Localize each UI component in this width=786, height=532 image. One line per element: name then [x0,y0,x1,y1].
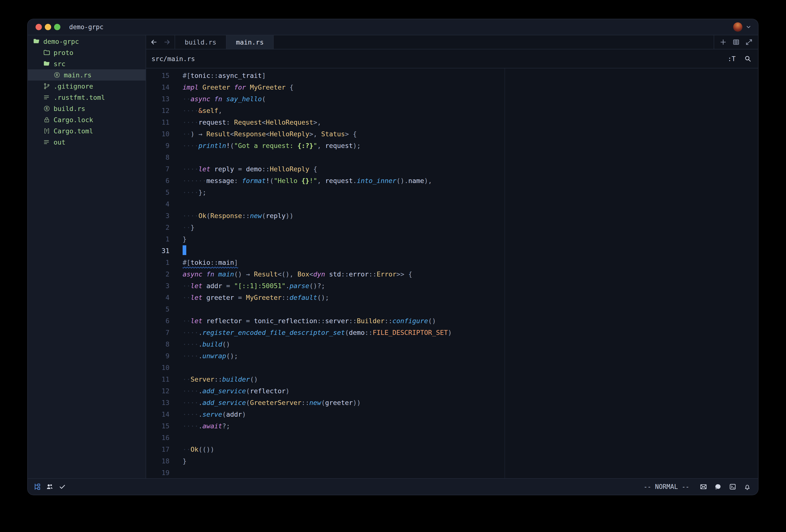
diagnostics-check-icon[interactable] [59,483,66,491]
code-line[interactable]: 17··Ok(()) [146,444,758,455]
code-line-content: ··async fn say_hello( [183,93,265,105]
line-number: 7 [146,327,169,339]
sidebar-item-rustfmt-toml[interactable]: .rustfmt.toml [28,92,146,103]
code-line[interactable]: 8····.build() [146,339,758,350]
line-number: 4 [146,292,169,304]
traffic-lights [36,24,61,30]
sidebar-item-label: build.rs [53,105,85,113]
chevron-down-icon[interactable] [745,23,752,31]
code-line[interactable]: 12····.add_service(reflector) [146,385,758,397]
sidebar-item-gitignore[interactable]: .gitignore [28,80,146,92]
code-line-content [183,245,186,257]
maximize-window-button[interactable] [54,24,61,30]
notifications-bell-icon[interactable] [743,483,751,491]
terminal-icon[interactable] [729,483,737,491]
sidebar-item-main-rs[interactable]: Rmain.rs [28,69,146,80]
code-editor[interactable]: 15#[tonic::async_trait]14impl Greeter fo… [146,68,758,478]
line-number: 11 [146,373,169,385]
code-line[interactable]: 11····request: Request<HelloRequest>, [146,117,758,128]
sidebar-item-label: demo-grpc [43,38,79,45]
code-line[interactable]: 10 [146,362,758,373]
line-number: 9 [146,350,169,362]
tab-main-rs[interactable]: main.rs [227,35,274,49]
minimize-window-button[interactable] [45,24,51,30]
code-line[interactable]: 4 [146,198,758,210]
code-line[interactable]: 2··} [146,222,758,234]
code-line[interactable]: 14····.serve(addr) [146,409,758,420]
sidebar-item-build-rs[interactable]: Rbuild.rs [28,103,146,114]
sidebar-item-cargo-lock[interactable]: Cargo.lock [28,114,146,125]
code-line[interactable]: 6··let reflector = tonic_reflection::ser… [146,315,758,327]
code-line[interactable]: 15····.await?; [146,420,758,432]
sidebar-item-cargo-toml[interactable]: Cargo.toml [28,125,146,137]
sidebar-item-proto[interactable]: proto [28,47,146,58]
avatar[interactable] [733,22,742,32]
line-number: 5 [146,304,169,315]
code-line[interactable]: 7····.register_encoded_file_descriptor_s… [146,327,758,339]
code-line-content: async fn main() → Result<(), Box<dyn std… [183,268,412,280]
feedback-mail-icon[interactable] [699,483,707,491]
code-line[interactable]: 16 [146,432,758,444]
code-line-content: ··Server::builder() [183,373,258,385]
code-line[interactable]: 9····.unwrap(); [146,350,758,362]
rules-icon [43,138,51,146]
sidebar-item-src[interactable]: src [28,58,146,69]
code-line-content: ····.register_encoded_file_descriptor_se… [183,327,452,339]
code-line[interactable]: 15#[tonic::async_trait] [146,70,758,81]
code-line[interactable]: 19 [146,467,758,478]
code-line[interactable]: 14impl Greeter for MyGreeter { [146,81,758,93]
breadcrumb: src/main.rs :T [146,49,758,68]
code-line[interactable]: 3····Ok(Response::new(reply)) [146,210,758,222]
tab-build-rs[interactable]: build.rs [175,35,227,49]
code-line[interactable]: 5 [146,304,758,315]
code-line[interactable]: 9····println!("Got a request: {:?}", req… [146,140,758,152]
code-line[interactable]: 1} [146,234,758,245]
line-number: 6 [146,315,169,327]
zoom-icon[interactable] [745,38,753,46]
line-number: 4 [146,198,169,210]
code-line[interactable]: 10··) → Result<Response<HelloReply>, Sta… [146,128,758,140]
code-line[interactable]: 11··Server::builder() [146,373,758,385]
assistant-chat-icon[interactable] [714,483,722,491]
back-button[interactable] [150,38,158,46]
code-line-content: ····.unwrap(); [183,350,238,362]
code-line-content: #[tonic::async_trait] [183,70,265,81]
code-line[interactable]: 13····.add_service(GreeterServer::new(gr… [146,397,758,409]
search-icon[interactable] [744,55,752,63]
code-line[interactable]: 2async fn main() → Result<(), Box<dyn st… [146,268,758,280]
sidebar-item-label: proto [53,49,73,56]
breadcrumb-path[interactable]: src/main.rs [152,55,195,63]
code-line[interactable]: 4··let greeter = MyGreeter::default(); [146,292,758,304]
code-line[interactable]: 6······message: format!("Hello {}!", req… [146,175,758,187]
line-number: 1 [146,234,169,245]
line-number: 3 [146,280,169,292]
window-title: demo-grpc [69,23,103,31]
pane-actions [714,35,758,49]
sidebar-item-out[interactable]: out [28,137,146,148]
rust-file-icon: R [43,105,51,113]
line-number: 12 [146,105,169,117]
code-line[interactable]: 7····let reply = demo::HelloReply { [146,163,758,175]
code-line[interactable]: 3··let addr = "[::1]:50051".parse()?; [146,280,758,292]
folder-icon [43,49,51,56]
code-line[interactable]: 13··async fn say_hello( [146,93,758,105]
code-line[interactable]: 8 [146,152,758,163]
close-window-button[interactable] [36,24,42,30]
line-number: 6 [146,175,169,187]
code-line[interactable]: 18} [146,455,758,467]
new-icon[interactable] [719,38,727,46]
sidebar-item-label: Cargo.lock [53,116,93,124]
split-pane-icon[interactable] [732,38,740,46]
code-line[interactable]: 5····}; [146,187,758,198]
project-tree-icon[interactable] [33,483,41,491]
code-line[interactable]: 1#[tokio::main] [146,257,758,268]
code-line[interactable]: 12····&self, [146,105,758,117]
forward-button[interactable] [163,38,171,46]
code-line[interactable]: 31 [146,245,758,257]
sidebar-item-label: .gitignore [53,82,93,90]
line-number: 8 [146,339,169,350]
line-number: 13 [146,93,169,105]
sidebar-item-demo-grpc[interactable]: demo-grpc [28,36,146,47]
line-number: 10 [146,128,169,140]
collaboration-icon[interactable] [46,483,53,491]
